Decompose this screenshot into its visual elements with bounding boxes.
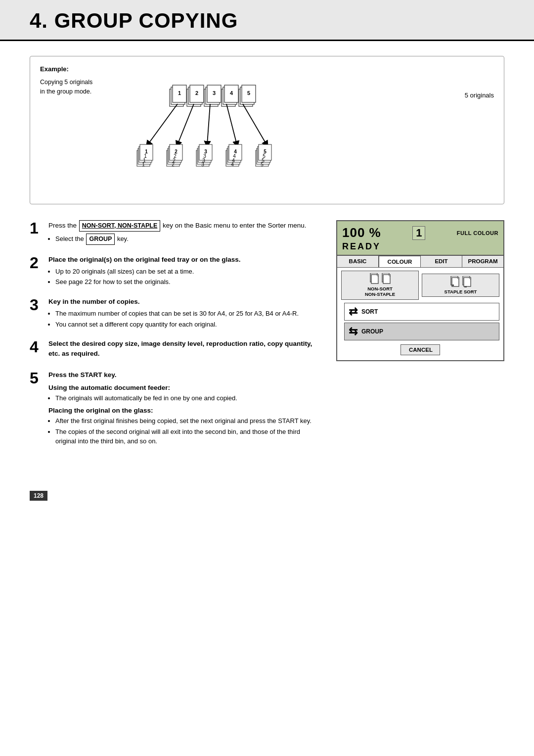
- step2-item-1: Up to 20 originals (all sizes) can be se…: [55, 267, 321, 277]
- step-3: 3 Key in the number of copies. The maxim…: [30, 297, 321, 330]
- step2-text: Place the original(s) on the original fe…: [48, 255, 321, 265]
- step-content-1: Press the NON-SORT, NON-STAPLE key on th…: [48, 220, 321, 246]
- example-box: Example: Copying 5 originals in the grou…: [30, 56, 504, 204]
- svg-line-24: [243, 104, 267, 144]
- non-sort-label: NON-SORTNON-STAPLE: [365, 286, 395, 297]
- page-number: 128: [30, 491, 47, 501]
- step1-list: Select the GROUP key.: [55, 234, 321, 245]
- svg-line-21: [178, 104, 194, 144]
- step5-subheading-2: Placing the original on the glass:: [48, 407, 321, 414]
- svg-line-22: [207, 104, 210, 144]
- example-desc-line2: in the group mode.: [40, 88, 91, 95]
- step5-list-2: After the first original finishes being …: [55, 416, 321, 446]
- lcd-percent: 100 %: [342, 225, 381, 240]
- svg-text:4: 4: [230, 90, 233, 96]
- step5-item-3: The copies of the second original will a…: [55, 427, 321, 446]
- step-content-2: Place the original(s) on the original fe…: [48, 255, 321, 288]
- svg-text:1: 1: [142, 162, 145, 167]
- sort-icon: ⇄: [349, 305, 357, 318]
- svg-text:5: 5: [247, 90, 250, 96]
- svg-rect-78: [464, 286, 467, 287]
- lcd-ready: READY: [342, 241, 498, 252]
- step-number-3: 3: [30, 297, 44, 313]
- panel-tabs: BASIC COLOUR EDIT PROGRAM: [337, 256, 503, 268]
- group-row: ⇆ GROUP: [344, 323, 499, 340]
- group-key: GROUP: [86, 234, 115, 245]
- step-4: 4 Select the desired copy size, image de…: [30, 339, 321, 361]
- panel-row-1: NON-SORTNON-STAPLE: [341, 271, 499, 300]
- example-label: Example:: [40, 65, 494, 73]
- staple-sort-btn[interactable]: STAPLE SORT: [422, 274, 499, 297]
- step-number-1: 1: [30, 220, 44, 236]
- tab-program[interactable]: PROGRAM: [462, 256, 503, 267]
- tab-edit[interactable]: EDIT: [421, 256, 462, 267]
- step-number-4: 4: [30, 339, 44, 355]
- svg-text:2: 2: [195, 90, 198, 96]
- tab-colour[interactable]: COLOUR: [379, 256, 421, 267]
- lcd-full-colour: FULL COLOUR: [457, 230, 498, 236]
- page-header: 4. GROUP COPYING: [0, 0, 534, 41]
- steps-right: 100 % 1 FULL COLOUR READY BASIC COLOUR E…: [336, 220, 504, 361]
- step3-item-1: The maximum number of copies that can be…: [55, 309, 321, 319]
- step2-list: Up to 20 originals (all sizes) can be se…: [55, 267, 321, 287]
- control-panel: 100 % 1 FULL COLOUR READY BASIC COLOUR E…: [336, 220, 504, 361]
- step4-text: Select the desired copy size, image dens…: [48, 339, 321, 359]
- svg-line-23: [226, 104, 237, 144]
- step5-text: Press the START key.: [48, 370, 321, 380]
- step-content-5: Press the START key. Using the automatic…: [48, 370, 321, 447]
- non-sort-key: NON-SORT, NON-STAPLE: [79, 220, 161, 232]
- svg-text:3: 3: [213, 90, 216, 96]
- non-sort-non-staple-btn[interactable]: NON-SORTNON-STAPLE: [341, 271, 419, 300]
- staple-sort-label: STAPLE SORT: [445, 289, 477, 294]
- step-number-2: 2: [30, 255, 44, 271]
- tab-basic[interactable]: BASIC: [337, 256, 379, 267]
- step-content-4: Select the desired copy size, image dens…: [48, 339, 321, 361]
- sort-row: ⇄ SORT: [344, 303, 499, 321]
- main-content: Example: Copying 5 originals in the grou…: [0, 56, 534, 501]
- step-number-5: 5: [30, 370, 44, 386]
- step2-item-2: See page 22 for how to set the originals…: [55, 277, 321, 287]
- steps-left: 1 Press the NON-SORT, NON-STAPLE key on …: [30, 220, 321, 456]
- doc-icon-1: [369, 273, 379, 285]
- doc-icon-2: [381, 273, 391, 285]
- svg-line-20: [148, 104, 178, 144]
- svg-text:3: 3: [201, 162, 204, 167]
- doc-icon-3: [450, 276, 460, 288]
- panel-body: NON-SORTNON-STAPLE: [337, 268, 503, 360]
- step1-item-1: Select the GROUP key.: [55, 234, 321, 245]
- lcd-top-row: 100 % 1 FULL COLOUR: [342, 225, 498, 240]
- step3-item-2: You cannot set a different copy quantity…: [55, 320, 321, 330]
- svg-text:4: 4: [231, 162, 234, 167]
- step5-item-2: After the first original finishes being …: [55, 416, 321, 426]
- step5-subheading-1: Using the automatic document feeder:: [48, 384, 321, 391]
- step5-list-1: The originals will automatically be fed …: [55, 393, 321, 403]
- step3-text: Key in the number of copies.: [48, 297, 321, 307]
- svg-text:5: 5: [261, 162, 264, 167]
- steps-row: 1 Press the NON-SORT, NON-STAPLE key on …: [30, 220, 504, 456]
- step3-list: The maximum number of copies that can be…: [55, 309, 321, 329]
- svg-rect-66: [371, 275, 378, 284]
- group-label: GROUP: [361, 328, 383, 335]
- diagram-area: Copying 5 originals in the group mode. 1: [40, 78, 494, 193]
- svg-rect-76: [464, 278, 471, 286]
- step-2: 2 Place the original(s) on the original …: [30, 255, 321, 288]
- step1-text: Press the NON-SORT, NON-STAPLE key on th…: [48, 220, 321, 232]
- doc-icon-4: [462, 276, 472, 288]
- svg-text:2: 2: [172, 162, 175, 167]
- step-1: 1 Press the NON-SORT, NON-STAPLE key on …: [30, 220, 321, 246]
- svg-rect-69: [383, 275, 390, 284]
- group-icon: ⇆: [349, 325, 357, 338]
- page-title: 4. GROUP COPYING: [30, 9, 504, 33]
- sort-label: SORT: [361, 308, 378, 315]
- cancel-btn[interactable]: CANCEL: [400, 344, 440, 355]
- step-5: 5 Press the START key. Using the automat…: [30, 370, 321, 447]
- originals-label: 5 originals: [460, 78, 494, 99]
- lcd-display: 100 % 1 FULL COLOUR READY: [337, 221, 503, 256]
- svg-rect-74: [451, 284, 454, 286]
- step5-item-1: The originals will automatically be fed …: [55, 393, 321, 403]
- example-desc-line1: Copying 5 originals: [40, 79, 92, 86]
- lcd-copies: 1: [412, 226, 425, 240]
- step-content-3: Key in the number of copies. The maximum…: [48, 297, 321, 330]
- svg-text:1: 1: [178, 90, 181, 96]
- diagram-svg: 1 2 3: [109, 78, 460, 193]
